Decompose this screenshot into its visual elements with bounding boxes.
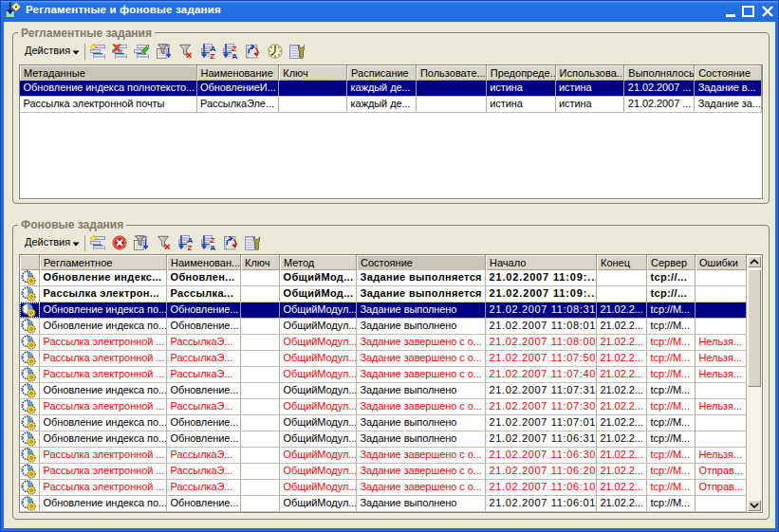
svg-text:Z: Z	[210, 52, 214, 59]
svg-text:A: A	[232, 52, 237, 59]
svg-text:Z: Z	[187, 244, 192, 250]
svg-text:A: A	[210, 244, 215, 250]
